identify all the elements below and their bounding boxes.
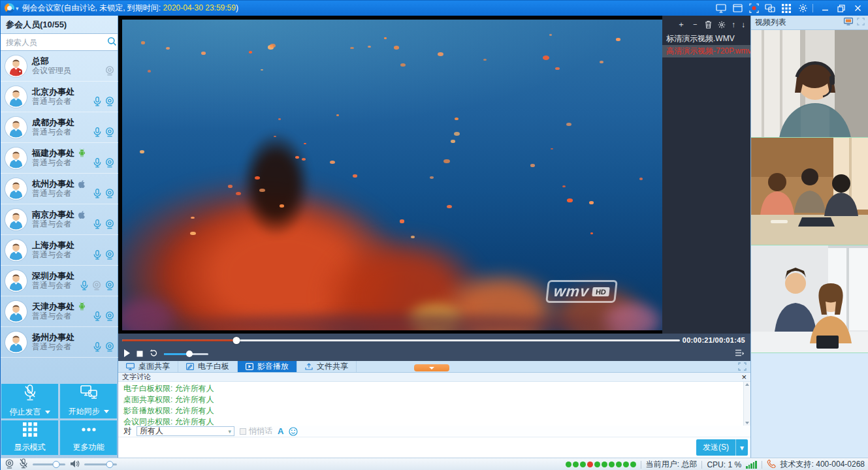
participant-row[interactable]: 杭州办事处普通与会者 <box>1 174 118 204</box>
tab-file-share[interactable]: 文件共享 <box>297 361 357 372</box>
video-mode-icon[interactable] <box>844 18 853 27</box>
tab-media-playback[interactable]: 影音播放 <box>238 361 297 372</box>
camera-icon[interactable] <box>105 127 114 137</box>
mic-icon[interactable] <box>93 250 101 260</box>
checkbox-icon[interactable] <box>240 428 246 435</box>
move-down-icon[interactable]: ↓ <box>741 20 745 29</box>
mic-icon[interactable] <box>93 97 101 106</box>
mic-icon[interactable] <box>93 342 101 352</box>
participant-search[interactable] <box>1 34 118 51</box>
chevron-down-icon[interactable] <box>45 411 50 414</box>
expand-panel-icon[interactable] <box>738 362 747 371</box>
settings-gear-icon[interactable] <box>796 3 810 14</box>
camera-icon[interactable] <box>105 250 114 260</box>
search-icon[interactable] <box>107 37 117 48</box>
camera-icon[interactable] <box>105 311 114 321</box>
playlist-item[interactable]: 标清演示视频.WMV <box>662 33 750 45</box>
whisper-checkbox[interactable]: 悄悄话 <box>240 426 272 437</box>
mic-muted-button[interactable]: 停止发言 <box>1 384 58 418</box>
participant-row[interactable]: 北京办事处普通与会者 <box>1 82 118 112</box>
camera-icon[interactable] <box>105 189 114 198</box>
record-icon[interactable] <box>747 3 761 14</box>
speaker-volume-slider[interactable] <box>84 463 117 465</box>
chat-close-icon[interactable]: × <box>741 374 747 381</box>
send-options-icon[interactable]: ▾ <box>735 439 748 456</box>
connection-dot <box>587 462 593 467</box>
playlist-toggle-icon[interactable] <box>735 349 744 358</box>
tab-whiteboard[interactable]: 电子白板 <box>178 361 238 372</box>
camera-icon[interactable] <box>105 158 114 168</box>
volume-handle[interactable] <box>186 351 193 357</box>
sync-screens-icon[interactable] <box>763 3 777 14</box>
android-icon <box>78 302 86 311</box>
display-grid-icon[interactable] <box>779 3 794 14</box>
chevron-down-icon[interactable] <box>104 410 109 413</box>
media-video[interactable]: wmv HD <box>122 20 662 330</box>
mic-icon[interactable] <box>93 219 101 229</box>
display-grid-button[interactable]: 显示模式 <box>1 420 58 455</box>
restore-icon[interactable] <box>834 3 848 14</box>
mic-icon[interactable] <box>80 281 88 290</box>
participant-row[interactable]: 天津办事处普通与会者 <box>1 296 118 327</box>
statusbar-camera-icon[interactable] <box>5 459 14 470</box>
participant-row[interactable]: 上海办事处普通与会者 <box>1 235 118 266</box>
video-tile-1[interactable] <box>751 30 868 138</box>
stop-button[interactable] <box>137 350 143 359</box>
camera-icon[interactable] <box>105 66 114 76</box>
mic-icon[interactable] <box>93 189 101 198</box>
participant-row[interactable]: 总部会议管理员 <box>1 51 118 82</box>
participant-row[interactable]: 深圳办事处普通与会者 <box>1 266 118 296</box>
mic-icon[interactable] <box>93 127 101 137</box>
emoji-icon[interactable] <box>289 427 298 436</box>
add-file-icon[interactable]: ＋ <box>677 19 685 30</box>
screen-share-icon[interactable] <box>714 3 728 14</box>
play-button[interactable] <box>123 349 130 359</box>
loop-button[interactable] <box>150 349 157 359</box>
camera-icon[interactable] <box>105 219 114 229</box>
mic-volume-slider[interactable] <box>33 463 65 465</box>
statusbar-mic-muted-icon[interactable] <box>19 458 28 470</box>
sidebar-action-buttons: 停止发言开始同步显示模式更多功能 <box>1 384 118 456</box>
participant-row[interactable]: 福建办事处普通与会者 <box>1 143 118 174</box>
participant-row[interactable]: 成都办事处普通与会者 <box>1 112 118 143</box>
seek-bar[interactable] <box>122 339 680 341</box>
remove-file-icon[interactable]: － <box>691 19 699 30</box>
move-up-icon[interactable]: ↑ <box>731 20 735 29</box>
connection-dot <box>580 462 586 467</box>
camera-icon[interactable] <box>105 342 114 352</box>
more-dots-button[interactable]: 更多功能 <box>60 420 117 455</box>
window-mode-icon[interactable] <box>730 3 745 14</box>
search-input[interactable] <box>6 38 107 47</box>
chat-collapse-handle[interactable] <box>414 364 449 371</box>
playlist-item[interactable]: 高清演示视频-720P.wmv删除 <box>662 45 750 57</box>
minimize-icon[interactable] <box>818 3 832 14</box>
participant-row[interactable]: 扬州办事处普通与会者 <box>1 327 118 358</box>
camera-icon[interactable] <box>92 281 101 290</box>
clear-list-icon[interactable] <box>705 20 712 29</box>
speaker-volume-handle[interactable] <box>106 461 114 468</box>
speaker-icon[interactable] <box>70 460 80 470</box>
participant-list: 总部会议管理员北京办事处普通与会者成都办事处普通与会者福建办事处普通与会者杭州办… <box>1 51 118 383</box>
video-tile-2[interactable] <box>751 138 868 245</box>
mic-volume-handle[interactable] <box>53 461 60 468</box>
sync-screens-button[interactable]: 开始同步 <box>60 384 117 418</box>
font-button[interactable]: A <box>278 426 283 436</box>
seek-handle[interactable] <box>233 337 240 344</box>
tab-desktop-share[interactable]: 桌面共享 <box>118 361 178 372</box>
mic-icon[interactable] <box>93 311 101 321</box>
playlist-settings-icon[interactable] <box>718 21 726 29</box>
player-volume-slider[interactable] <box>164 353 208 355</box>
send-button[interactable]: 发送(S) ▾ <box>696 439 748 456</box>
mic-icon[interactable] <box>93 158 101 168</box>
close-icon[interactable] <box>850 3 865 14</box>
camera-icon[interactable] <box>105 97 114 106</box>
video-tile-3[interactable] <box>751 245 868 353</box>
chevron-down-icon[interactable]: ▾ <box>16 5 19 12</box>
chat-messages: 电子白板权限: 允许所有人桌面共享权限: 允许所有人影音播放权限: 允许所有人会… <box>118 382 750 426</box>
chat-input[interactable]: 发送(S) ▾ <box>118 437 750 458</box>
chat-scrollbar[interactable] <box>743 382 750 426</box>
participant-row[interactable]: 南京办事处普通与会者 <box>1 204 118 235</box>
panel-expand-icon[interactable] <box>857 18 865 27</box>
camera-icon[interactable] <box>105 281 114 290</box>
recipient-select[interactable]: 所有人▾ <box>137 426 234 436</box>
